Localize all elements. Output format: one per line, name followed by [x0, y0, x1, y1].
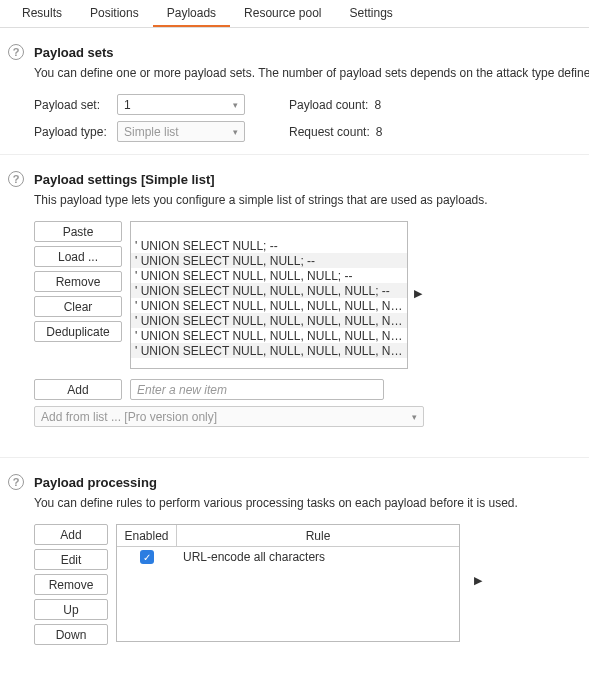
payload-set-select[interactable]: 1 ▾: [117, 94, 245, 115]
proc-down-button[interactable]: Down: [34, 624, 108, 645]
arrow-right-icon[interactable]: ▶: [414, 287, 422, 300]
list-item[interactable]: ' UNION SELECT NULL, NULL; --: [131, 253, 407, 268]
col-enabled-header[interactable]: Enabled: [117, 525, 177, 547]
deduplicate-button[interactable]: Deduplicate: [34, 321, 122, 342]
help-icon[interactable]: ?: [8, 474, 24, 490]
payload-listbox[interactable]: ' UNION SELECT NULL; -- ' UNION SELECT N…: [130, 221, 408, 369]
tab-results[interactable]: Results: [8, 0, 76, 27]
tab-bar: Results Positions Payloads Resource pool…: [0, 0, 589, 28]
help-icon[interactable]: ?: [8, 171, 24, 187]
list-item[interactable]: ' UNION SELECT NULL, NULL, NULL, NULL, N…: [131, 343, 407, 358]
request-count-value: 8: [376, 125, 383, 139]
tab-payloads[interactable]: Payloads: [153, 0, 230, 27]
proc-remove-button[interactable]: Remove: [34, 574, 108, 595]
add-from-list-select: Add from list ... [Pro version only] ▾: [34, 406, 424, 427]
tab-positions[interactable]: Positions: [76, 0, 153, 27]
chevron-down-icon: ▾: [233, 100, 238, 110]
arrow-right-icon[interactable]: ▶: [474, 574, 482, 587]
list-item[interactable]: ' UNION SELECT NULL; --: [131, 238, 407, 253]
section-title: Payload processing: [34, 475, 157, 490]
payload-count-value: 8: [374, 98, 381, 112]
chevron-down-icon: ▾: [412, 412, 417, 422]
rules-table[interactable]: Enabled Rule ✓ URL-encode all characters: [116, 524, 460, 642]
add-from-list-label: Add from list ... [Pro version only]: [41, 410, 217, 424]
tab-resource-pool[interactable]: Resource pool: [230, 0, 335, 27]
payload-type-value: Simple list: [124, 125, 179, 139]
new-item-input[interactable]: Enter a new item: [130, 379, 384, 400]
table-row[interactable]: ✓ URL-encode all characters: [117, 547, 459, 567]
list-item[interactable]: ' UNION SELECT NULL, NULL, NULL; --: [131, 268, 407, 283]
add-button[interactable]: Add: [34, 379, 122, 400]
section-desc: You can define rules to perform various …: [34, 496, 589, 510]
load-button[interactable]: Load ...: [34, 246, 122, 267]
payload-type-select[interactable]: Simple list ▾: [117, 121, 245, 142]
proc-up-button[interactable]: Up: [34, 599, 108, 620]
section-desc: This payload type lets you configure a s…: [34, 193, 589, 207]
section-payload-processing: ? Payload processing You can define rule…: [0, 458, 589, 657]
remove-button[interactable]: Remove: [34, 271, 122, 292]
section-payload-sets: ? Payload sets You can define one or mor…: [0, 28, 589, 155]
section-desc: You can define one or more payload sets.…: [34, 66, 589, 80]
help-icon[interactable]: ?: [8, 44, 24, 60]
section-title: Payload sets: [34, 45, 114, 60]
payload-type-label: Payload type:: [34, 125, 109, 139]
list-item[interactable]: ' UNION SELECT NULL, NULL, NULL, NULL; -…: [131, 283, 407, 298]
enabled-checkbox[interactable]: ✓: [140, 550, 154, 564]
rule-text: URL-encode all characters: [177, 550, 459, 564]
col-rule-header[interactable]: Rule: [177, 529, 459, 543]
tab-settings[interactable]: Settings: [335, 0, 406, 27]
clear-button[interactable]: Clear: [34, 296, 122, 317]
list-item[interactable]: ' UNION SELECT NULL, NULL, NULL, NULL, N…: [131, 298, 407, 313]
section-payload-settings: ? Payload settings [Simple list] This pa…: [0, 155, 589, 458]
section-title: Payload settings [Simple list]: [34, 172, 215, 187]
list-item[interactable]: ' UNION SELECT NULL, NULL, NULL, NULL, N…: [131, 328, 407, 343]
payload-count-label: Payload count:: [289, 98, 368, 112]
payload-set-value: 1: [124, 98, 131, 112]
paste-button[interactable]: Paste: [34, 221, 122, 242]
request-count-label: Request count:: [289, 125, 370, 139]
list-item[interactable]: ' UNION SELECT NULL, NULL, NULL, NULL, N…: [131, 313, 407, 328]
proc-add-button[interactable]: Add: [34, 524, 108, 545]
proc-edit-button[interactable]: Edit: [34, 549, 108, 570]
payload-set-label: Payload set:: [34, 98, 109, 112]
chevron-down-icon: ▾: [233, 127, 238, 137]
